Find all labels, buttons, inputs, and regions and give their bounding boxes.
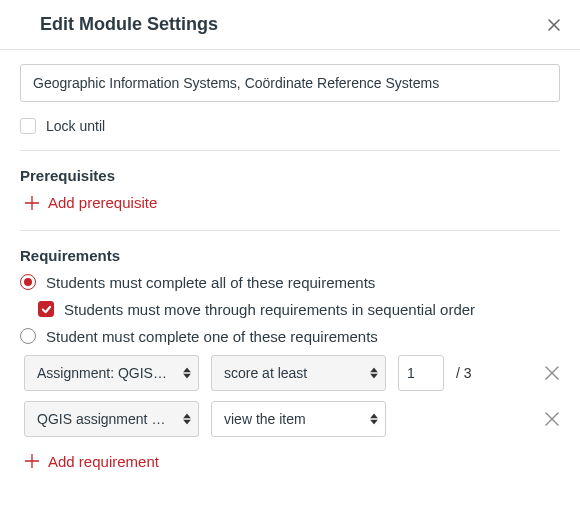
- radio-complete-all-label: Students must complete all of these requ…: [46, 274, 375, 291]
- plus-icon: [24, 195, 40, 211]
- lock-until-checkbox[interactable]: [20, 118, 36, 134]
- add-prerequisite-label: Add prerequisite: [48, 194, 157, 211]
- modal-header: Edit Module Settings: [0, 0, 580, 50]
- remove-requirement-button[interactable]: [544, 365, 560, 381]
- divider: [20, 150, 560, 151]
- sequential-order-checkbox[interactable]: [38, 301, 54, 317]
- requirement-outof-label: / 3: [456, 365, 472, 381]
- radio-complete-one-label: Student must complete one of these requi…: [46, 328, 378, 345]
- modal-title: Edit Module Settings: [40, 14, 218, 35]
- requirement-score-input[interactable]: [398, 355, 444, 391]
- remove-requirement-button[interactable]: [544, 411, 560, 427]
- add-requirement-button[interactable]: Add requirement: [24, 453, 159, 470]
- plus-icon: [24, 453, 40, 469]
- radio-complete-one[interactable]: [20, 328, 36, 344]
- radio-complete-all[interactable]: [20, 274, 36, 290]
- lock-until-label: Lock until: [46, 118, 105, 134]
- module-name-input[interactable]: [20, 64, 560, 102]
- requirement-item-select[interactable]: Assignment: QGIS, simple map: [24, 355, 199, 391]
- prerequisites-title: Prerequisites: [20, 167, 560, 184]
- modal-body: Lock until Prerequisites Add prerequisit…: [0, 50, 580, 492]
- sequential-order-label: Students must move through requirements …: [64, 301, 475, 318]
- requirement-item-select[interactable]: QGIS assignment moderated: [24, 401, 199, 437]
- close-icon[interactable]: [548, 16, 560, 34]
- requirement-row: QGIS assignment moderated view the item: [24, 401, 560, 437]
- add-prerequisite-button[interactable]: Add prerequisite: [24, 194, 157, 211]
- requirement-type-select[interactable]: score at least: [211, 355, 386, 391]
- add-requirement-label: Add requirement: [48, 453, 159, 470]
- divider: [20, 230, 560, 231]
- requirements-title: Requirements: [20, 247, 560, 264]
- requirement-row: Assignment: QGIS, simple map score at le…: [24, 355, 560, 391]
- requirement-type-select[interactable]: view the item: [211, 401, 386, 437]
